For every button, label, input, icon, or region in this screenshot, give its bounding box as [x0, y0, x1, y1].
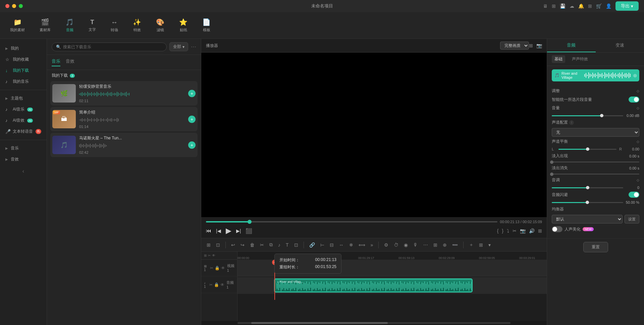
tab-music[interactable]: 音乐: [52, 58, 60, 66]
grid-icon[interactable]: ⊞: [588, 3, 592, 9]
toolbar-item-sticker[interactable]: ⭐ 贴纸: [176, 16, 191, 35]
freeze-icon[interactable]: ❄: [348, 241, 355, 249]
scrollbar-thumb[interactable]: [251, 322, 388, 324]
add-track-icon[interactable]: ＋: [468, 241, 475, 249]
step-back-icon[interactable]: |◀: [216, 228, 221, 234]
magnet-icon[interactable]: ⊡: [215, 241, 221, 249]
cut-replace-icon[interactable]: ✂: [513, 228, 517, 234]
minus-icon[interactable]: ➖: [451, 241, 459, 249]
label-icon-1[interactable]: ⊞: [204, 254, 207, 257]
sidebar-item-downloads[interactable]: ↓ 我的下载: [0, 65, 47, 76]
pitch-thumb[interactable]: [586, 186, 589, 189]
add-music-button-2[interactable]: +: [188, 116, 196, 123]
minimize-button[interactable]: [12, 4, 16, 8]
monitor-icon[interactable]: 🖥: [543, 3, 548, 9]
voice-config-select[interactable]: 无: [552, 128, 639, 137]
mark-in-icon[interactable]: {: [497, 228, 499, 234]
redo-icon[interactable]: ↪: [239, 241, 246, 249]
audio-eye-icon[interactable]: 👁: [220, 282, 224, 287]
fadein-thumb[interactable]: [550, 160, 553, 164]
audio-cut-icon[interactable]: ✂: [209, 282, 213, 287]
info-icon[interactable]: i: [569, 120, 574, 125]
balance-diamond-icon[interactable]: ◇: [637, 140, 639, 143]
quality-select[interactable]: 完整画质 高质量: [500, 42, 529, 50]
sidebar-item-mymusic[interactable]: ♪ 我的音乐: [0, 76, 47, 87]
sidebar-item-theme[interactable]: ▶ 主题包: [0, 93, 47, 104]
toolbar-item-transition[interactable]: ↔ 转场: [107, 16, 121, 35]
link-icon[interactable]: 🔗: [308, 241, 316, 249]
more-tl-icon[interactable]: »: [369, 241, 375, 249]
toolbar-item-filter[interactable]: 🎨 滤镜: [153, 16, 168, 35]
undo-icon[interactable]: ↩: [230, 241, 236, 249]
layout-icon[interactable]: ⊞: [552, 3, 556, 9]
pitch-slider-track[interactable]: [552, 187, 623, 188]
export-button[interactable]: 导出 ▾: [615, 1, 639, 11]
pitch-diamond-icon[interactable]: ◇: [637, 178, 639, 182]
screenshot-icon[interactable]: 📷: [536, 43, 542, 48]
volume-thumb[interactable]: [600, 114, 603, 117]
flicker-thumb[interactable]: [586, 201, 589, 204]
crop-icon[interactable]: ⊡: [293, 241, 300, 249]
rewind-icon[interactable]: ⏮: [206, 228, 211, 234]
cloud-icon[interactable]: ☁: [570, 3, 574, 9]
close-button[interactable]: [5, 4, 9, 8]
mirror-icon[interactable]: ⟺: [357, 241, 367, 249]
sidebar-item-mine[interactable]: ▶ 我的: [0, 43, 47, 54]
label-icon-3[interactable]: 👁: [212, 254, 215, 257]
filter-button[interactable]: 全部 ▾: [169, 42, 188, 51]
sidebar-item-aimusic[interactable]: ♪ AI音乐 AI: [0, 104, 47, 115]
more-options-icon[interactable]: ⋯: [191, 44, 196, 50]
tl-more-icon[interactable]: ▾: [487, 241, 492, 249]
video-lock-icon[interactable]: 🔒: [215, 266, 220, 270]
list-item[interactable]: 🎵 马诺斯火星 – The Tun...: [50, 133, 198, 157]
balance-slider-track[interactable]: [558, 149, 616, 150]
toolbar-item-text[interactable]: T 文字: [85, 17, 99, 34]
volume-slider-track[interactable]: [552, 115, 623, 116]
expand-icon[interactable]: ⊞: [529, 43, 533, 48]
vocal-toggle[interactable]: [552, 226, 562, 232]
audio-clip[interactable]: ♪ River and Villag...: [274, 279, 472, 292]
step-forward-icon[interactable]: ▶|: [236, 228, 241, 234]
reset-button[interactable]: 重置: [583, 242, 608, 252]
settings-button[interactable]: 设置: [625, 215, 639, 223]
mark-out-icon[interactable]: }: [502, 228, 503, 234]
search-input[interactable]: [63, 45, 162, 49]
adjust-icon[interactable]: ⚙: [383, 241, 390, 249]
video-cut-icon[interactable]: ✂: [210, 266, 213, 270]
equalizer-select[interactable]: 默认: [552, 215, 623, 223]
timeline-tracks[interactable]: 00:00:00 00:00:29:25 00:00:59:21 00:01:2…: [237, 252, 547, 321]
maximize-button[interactable]: [19, 4, 23, 8]
grid-view-icon[interactable]: ⊞: [205, 241, 212, 249]
sidebar-item-tts[interactable]: 🎤 文本转语音 热: [0, 126, 47, 137]
video-eye-icon[interactable]: 👁: [221, 266, 225, 270]
copy-icon[interactable]: ⧉: [268, 241, 274, 249]
text-tl-icon[interactable]: T: [284, 241, 290, 249]
toolbar-item-effects[interactable]: ✨ 特效: [129, 16, 145, 35]
cut-icon[interactable]: ✂: [259, 241, 265, 249]
flicker-slider-track[interactable]: [552, 202, 623, 203]
audio-sep-icon[interactable]: ♪: [277, 241, 282, 249]
reverse-icon[interactable]: ↔: [338, 241, 345, 249]
sidebar-item-music[interactable]: ▶ 音乐: [0, 143, 47, 154]
sidebar-item-favorites[interactable]: ☆ 我的收藏: [0, 54, 47, 65]
insert-icon[interactable]: ⤵: [507, 228, 509, 234]
label-icon-2[interactable]: ✂: [208, 254, 211, 257]
toolbar-item-assets[interactable]: 📁 我的素材: [7, 16, 28, 35]
shop-icon[interactable]: 🛒: [596, 3, 602, 9]
sidebar-item-aieffect[interactable]: ♪ AI音效 AI: [0, 115, 47, 126]
progress-track[interactable]: [206, 221, 497, 222]
fadeout-track[interactable]: [552, 174, 639, 175]
bell-icon[interactable]: 🔔: [578, 3, 584, 9]
layout-tl-icon[interactable]: ⊞: [478, 241, 484, 249]
delete-icon[interactable]: 🗑: [249, 241, 256, 249]
stabilize-icon[interactable]: ◉: [402, 241, 409, 249]
volume-diamond-icon[interactable]: ◇: [637, 106, 639, 110]
scrollbar-track[interactable]: [237, 322, 511, 324]
fadeout-thumb[interactable]: [550, 173, 553, 176]
toolbar-item-template[interactable]: 📄 模板: [199, 16, 214, 35]
progress-thumb[interactable]: [248, 220, 252, 224]
list-item[interactable]: 🏔 VIP 简单介绍: [50, 107, 198, 131]
toolbar-item-library[interactable]: 🎬 素材库: [36, 16, 54, 35]
layout2-icon[interactable]: ⊞: [538, 228, 542, 234]
flicker-toggle[interactable]: [629, 192, 639, 198]
